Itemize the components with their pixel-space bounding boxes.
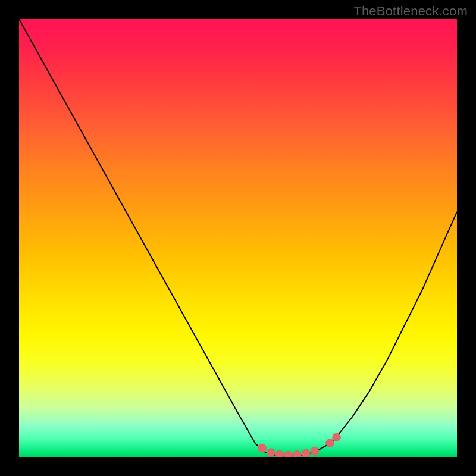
chart-svg [19, 19, 457, 457]
marker-group [258, 433, 340, 457]
data-marker [293, 450, 301, 457]
data-marker [267, 449, 275, 457]
data-marker [326, 439, 334, 447]
curve-group [19, 19, 457, 456]
data-marker [333, 433, 341, 441]
data-marker [302, 449, 310, 457]
data-marker [275, 450, 284, 457]
data-marker [311, 447, 319, 455]
data-marker [284, 451, 293, 457]
plot-area [19, 19, 457, 457]
watermark-text: TheBottleneck.com [353, 4, 468, 19]
data-marker [258, 444, 266, 452]
bottleneck-curve [19, 19, 457, 456]
